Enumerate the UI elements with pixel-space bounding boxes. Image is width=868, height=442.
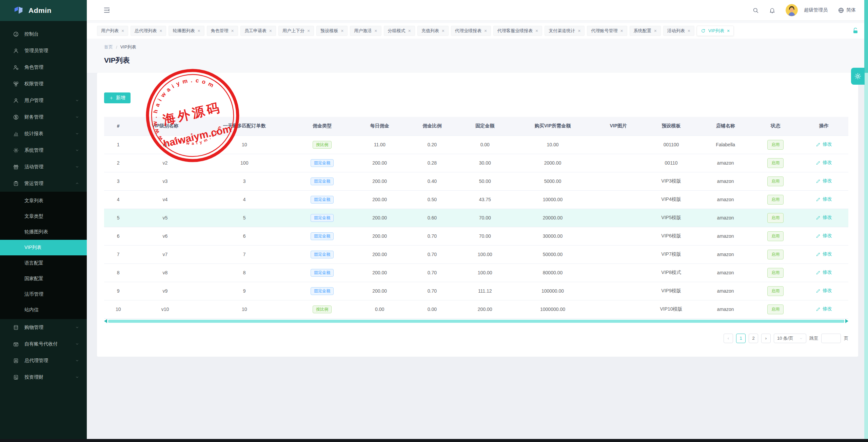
edit-link[interactable]: 修改 [816,233,832,239]
close-icon[interactable]: × [269,28,272,34]
close-icon[interactable]: × [578,28,580,34]
close-icon[interactable]: × [374,28,377,34]
page-button[interactable]: 2 [749,334,758,343]
sidebar-subitem-vip-list[interactable]: VIP列表 [0,240,87,255]
sidebar-item-stats[interactable]: 统计报表 [0,125,87,142]
sidebar-item-permission[interactable]: 权限管理 [0,76,87,92]
edit-link[interactable]: 修改 [816,288,832,294]
next-page-button[interactable]: › [761,334,771,343]
edit-link[interactable]: 修改 [816,269,832,275]
search-icon[interactable] [752,7,759,14]
bell-icon[interactable] [769,7,775,14]
avatar[interactable] [786,4,798,16]
sidebar-subitem[interactable]: 国家配置 [0,271,87,287]
sidebar-item-activity[interactable]: 活动管理 [0,159,87,175]
horizontal-scrollbar[interactable] [104,319,848,323]
page-scrollbar-thumb[interactable] [864,0,868,73]
sidebar-item-system[interactable]: 系统管理 [0,142,87,159]
settings-panel-button[interactable] [851,68,865,85]
sidebar-item-role[interactable]: 角色管理 [0,59,87,76]
edit-link[interactable]: 修改 [816,306,832,312]
edit-link[interactable]: 修改 [816,196,832,202]
scroll-right-arrow-icon[interactable] [845,319,848,323]
sidebar-item-operation[interactable]: 营运管理 [0,175,87,192]
sidebar-item-users[interactable]: 用户管理 [0,92,87,109]
scroll-left-arrow-icon[interactable] [104,319,107,323]
close-icon[interactable]: × [620,28,623,34]
close-icon[interactable]: × [159,28,162,34]
edit-link[interactable]: 修改 [816,178,832,184]
page-button[interactable]: 1 [736,334,746,343]
close-icon[interactable]: × [121,28,124,34]
add-button[interactable]: 新增 [104,92,131,103]
sidebar-item-dashboard[interactable]: 控制台 [0,26,87,42]
table-row[interactable]: 9v99固定金额200.000.70111.12100000.00VIP9模版a… [104,282,848,300]
tab-vip-list-active[interactable]: VIP列表× [697,26,734,36]
close-icon[interactable]: × [231,28,234,34]
tab-item[interactable]: 预设模板× [316,26,348,36]
current-user[interactable]: 超级管理员 [804,7,828,13]
tab-item[interactable]: 支付渠道统计× [545,26,585,36]
tab-item[interactable]: 轮播图列表× [169,26,204,36]
close-icon[interactable]: × [442,28,445,34]
lock-icon[interactable] [852,27,859,35]
page-scrollbar[interactable] [864,0,868,442]
table-row[interactable]: 3v33固定金额200.000.4050.005000.00VIP3模版amaz… [104,172,848,190]
page-size-select[interactable]: 10 条/页 [774,334,806,343]
sidebar-subitem[interactable]: 文章类型 [0,209,87,224]
tab-item[interactable]: 代理业绩报表× [451,26,491,36]
table-row[interactable]: 6v66固定金额200.000.7070.0030000.00VIP6模版ama… [104,227,848,245]
table-row[interactable]: 4v44固定金额200.000.5043.7510000.00VIP4模版ama… [104,190,848,209]
sidebar-item-agent[interactable]: 总代理管理 [0,352,87,369]
table-row[interactable]: 1v110按比例11.000.200.0010.00001100Falabell… [104,135,848,154]
tab-item[interactable]: 充值列表× [417,26,449,36]
sidebar-item-account[interactable]: 自有账号代收付 [0,336,87,352]
close-icon[interactable]: × [688,28,690,34]
prev-page-button[interactable]: ‹ [724,334,733,343]
tab-item[interactable]: 代理账号管理× [587,26,627,36]
edit-link[interactable]: 修改 [816,251,832,257]
jump-page-input[interactable] [821,334,841,343]
language-switcher[interactable]: 简体 [838,7,856,14]
edit-link[interactable]: 修改 [816,160,832,166]
tab-item[interactable]: 员工申请表× [240,26,276,36]
close-icon[interactable]: × [307,28,310,34]
edit-link[interactable]: 修改 [816,214,832,220]
table-row[interactable]: 8v88固定金额200.000.70100.0080000.00VIP8模式am… [104,264,848,282]
close-icon[interactable]: × [197,28,200,34]
tab-item[interactable]: 分组模式× [384,26,415,36]
tab-item[interactable]: 用户激活× [350,26,381,36]
breadcrumb-home[interactable]: 首页 [104,44,113,50]
sidebar-item-finance[interactable]: 财务管理 [0,109,87,125]
sidebar-item-invest[interactable]: 投资理财 [0,369,87,385]
tab-item[interactable]: 代理客服业绩报表× [493,26,542,36]
table-row[interactable]: 7v77固定金额200.000.70100.0050000.00VIP7模版am… [104,245,848,264]
scrollbar-track[interactable] [108,320,844,323]
sidebar-item-admin[interactable]: 管理员管理 [0,42,87,59]
app-logo[interactable]: Admin [0,0,87,21]
close-icon[interactable]: × [484,28,487,34]
tab-item[interactable]: 活动列表× [663,26,694,36]
sidebar-subitem[interactable]: 轮播图列表 [0,224,87,240]
refresh-icon[interactable] [701,28,706,33]
sidebar-subitem[interactable]: 语言配置 [0,255,87,271]
close-icon[interactable]: × [341,28,343,34]
tab-item[interactable]: 角色管理× [207,26,238,36]
sidebar-subitem[interactable]: 法币管理 [0,287,87,302]
close-icon[interactable]: × [408,28,411,34]
table-row[interactable]: 10v1010按比例0.000.00200.001000000.00VIP10模… [104,300,848,318]
close-icon[interactable]: × [535,28,538,34]
close-icon[interactable]: × [727,28,730,34]
sidebar-subitem[interactable]: 文章列表 [0,193,87,209]
table-row[interactable]: 5v55固定金额200.000.6070.0020000.00VIP5模版ama… [104,209,848,227]
close-icon[interactable]: × [654,28,657,34]
sidebar-item-shopping[interactable]: 购物管理 [0,319,87,336]
edit-link[interactable]: 修改 [816,141,832,147]
table-row[interactable]: 2v2100固定金额200.000.2830.002000.0000110ama… [104,154,848,172]
tab-item[interactable]: 用户列表× [97,26,128,36]
tab-item[interactable]: 用户上下分× [278,26,314,36]
collapse-menu-icon[interactable] [103,6,111,14]
tab-item[interactable]: 系统配置× [630,26,661,36]
sidebar-subitem[interactable]: 站内信 [0,302,87,318]
tab-item[interactable]: 总代理列表× [131,26,166,36]
